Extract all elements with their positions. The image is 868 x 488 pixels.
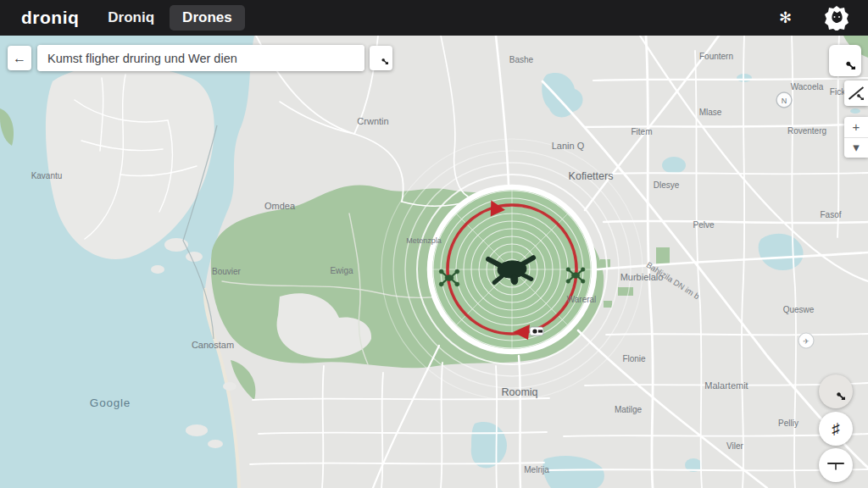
mini-aircraft-marker[interactable] bbox=[530, 327, 543, 336]
svg-text:Ewiga: Ewiga bbox=[330, 266, 353, 275]
map-canvas[interactable]: N ✈ Bashe Fountern Wacoela Fick Mlase Ro… bbox=[0, 0, 868, 488]
svg-text:Matilge: Matilge bbox=[615, 405, 643, 414]
tab-drones[interactable]: Drones bbox=[170, 5, 245, 30]
svg-text:✈: ✈ bbox=[803, 337, 810, 346]
svg-text:N: N bbox=[782, 97, 787, 105]
chevron-down-icon: ▾ bbox=[853, 140, 860, 155]
svg-text:Queswe: Queswe bbox=[783, 305, 815, 314]
lake bbox=[850, 108, 860, 114]
svg-text:Omdea: Omdea bbox=[264, 201, 296, 211]
islet bbox=[186, 252, 203, 262]
drone-slash-icon bbox=[849, 87, 864, 100]
islet bbox=[151, 265, 164, 274]
svg-text:Viler: Viler bbox=[726, 441, 743, 451]
filters-button[interactable]: ♯ bbox=[819, 412, 853, 446]
sliders-icon: ♯ bbox=[832, 420, 840, 438]
svg-text:Bouvier: Bouvier bbox=[212, 267, 242, 276]
expand-button[interactable]: ▾ bbox=[844, 138, 868, 158]
map-zoom-control: + ▾ bbox=[844, 117, 868, 158]
islet bbox=[208, 440, 223, 448]
droniq-logo: droniq bbox=[21, 8, 79, 28]
svg-text:Flonie: Flonie bbox=[622, 354, 646, 363]
svg-text:Fountern: Fountern bbox=[699, 52, 733, 61]
back-button[interactable]: ← bbox=[8, 46, 31, 70]
svg-text:Lanin Q: Lanin Q bbox=[552, 141, 585, 151]
islet bbox=[186, 424, 208, 436]
show-drones-button[interactable] bbox=[829, 45, 861, 76]
svg-text:Malartemit: Malartemit bbox=[704, 380, 748, 391]
profile-badge-icon[interactable] bbox=[824, 5, 849, 30]
plus-icon: + bbox=[853, 119, 860, 134]
forest-patch bbox=[656, 247, 670, 264]
svg-text:Canostam: Canostam bbox=[192, 340, 234, 350]
forest-patch bbox=[618, 287, 633, 296]
no-drone-zone-button[interactable] bbox=[844, 80, 868, 106]
airport-poi-marker[interactable]: ✈ bbox=[798, 333, 814, 348]
zoom-in-button[interactable]: + bbox=[844, 117, 868, 137]
forest-patch bbox=[604, 301, 612, 308]
search-bar bbox=[37, 45, 364, 71]
svg-text:Roventerg: Roventerg bbox=[787, 126, 826, 136]
back-arrow-icon: ← bbox=[13, 51, 26, 66]
islet bbox=[223, 382, 236, 391]
road-number-badge: N bbox=[776, 92, 792, 108]
drone-icon bbox=[835, 53, 855, 69]
settings-icon[interactable]: ✻ bbox=[779, 10, 792, 25]
nav-app-name[interactable]: Droniq bbox=[108, 9, 154, 26]
minus-tick-icon bbox=[826, 459, 845, 471]
google-watermark: Google bbox=[90, 396, 131, 409]
search-input[interactable] bbox=[37, 45, 364, 71]
svg-text:Kofietters: Kofietters bbox=[569, 170, 614, 182]
drone-icon bbox=[374, 52, 388, 64]
svg-text:Fitem: Fitem bbox=[632, 127, 653, 136]
svg-text:Pelliy: Pelliy bbox=[778, 419, 798, 428]
svg-text:Wacoela: Wacoela bbox=[791, 82, 824, 92]
svg-text:Wareral: Wareral bbox=[567, 295, 597, 304]
islet bbox=[164, 238, 188, 252]
drone-layer-button[interactable] bbox=[819, 374, 853, 408]
search-drone-filter-button[interactable] bbox=[370, 46, 392, 70]
svg-text:Melrija: Melrija bbox=[524, 465, 549, 474]
lake bbox=[662, 157, 686, 174]
svg-text:Bashe: Bashe bbox=[509, 55, 534, 64]
svg-text:Fasof: Fasof bbox=[820, 210, 841, 219]
measure-button[interactable] bbox=[819, 448, 853, 482]
top-header-bar: droniq Droniq Drones ✻ bbox=[0, 0, 868, 36]
svg-text:Roomiq: Roomiq bbox=[501, 386, 537, 398]
drone-icon bbox=[826, 384, 845, 400]
svg-text:Metenzpla: Metenzpla bbox=[406, 236, 442, 245]
lake bbox=[737, 74, 752, 82]
svg-text:Crwntin: Crwntin bbox=[357, 116, 388, 126]
app-window: N ✈ Bashe Fountern Wacoela Fick Mlase Ro… bbox=[0, 0, 868, 488]
svg-text:Pelve: Pelve bbox=[693, 220, 714, 230]
svg-text:Mlase: Mlase bbox=[699, 108, 722, 117]
svg-text:Kavantu: Kavantu bbox=[31, 171, 63, 180]
svg-text:Dlesye: Dlesye bbox=[654, 180, 680, 190]
